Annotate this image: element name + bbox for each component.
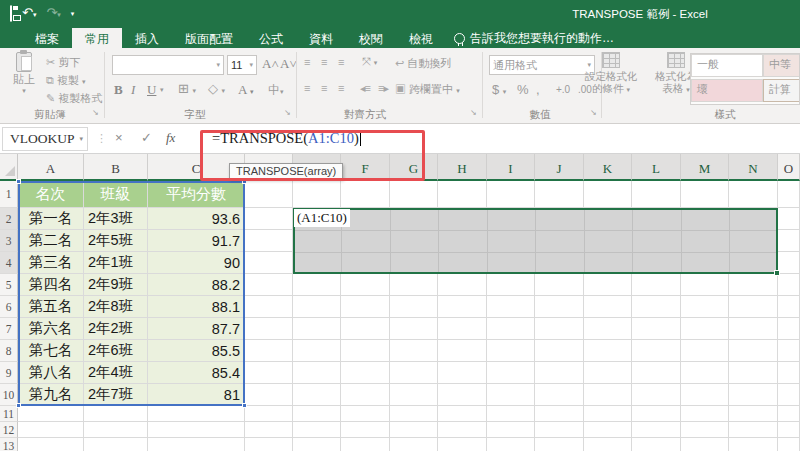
row-header-6[interactable]: 6 — [0, 296, 18, 318]
formula-bar-splitter[interactable]: ⋮ — [96, 132, 107, 145]
table-cell[interactable]: 第八名 — [18, 362, 83, 383]
table-cell[interactable]: 2年8班 — [84, 296, 147, 317]
align-left-icon[interactable]: ≡ — [304, 82, 309, 94]
format-painter-button[interactable]: ✎ 複製格式 — [46, 91, 102, 106]
row-header-9[interactable]: 9 — [0, 362, 18, 384]
table-cell[interactable]: 第三名 — [18, 252, 83, 273]
column-header-H[interactable]: H — [438, 154, 487, 181]
cell-style-壞[interactable]: 壞 — [691, 79, 763, 102]
table-cell[interactable]: 88.2 — [148, 274, 244, 295]
font-size-combo[interactable]: 11▾ — [227, 55, 257, 75]
editing-cell-text[interactable]: (A1:C10) — [294, 209, 350, 227]
wrap-text-button[interactable]: ↩ 自動換列 — [395, 56, 451, 71]
paste-button[interactable]: 貼上 ▾ — [8, 52, 40, 95]
table-cell[interactable]: 2年1班 — [84, 252, 147, 273]
table-cell[interactable]: 2年9班 — [84, 274, 147, 295]
tab-資料[interactable]: 資料 — [296, 28, 346, 48]
tab-校閱[interactable]: 校閱 — [346, 28, 396, 48]
alignment-dialog-launcher-icon[interactable]: ↘ — [470, 108, 477, 117]
row-header-13[interactable]: 13 — [0, 438, 18, 451]
cut-button[interactable]: ✂ 剪下 — [46, 55, 80, 70]
row-header-11[interactable]: 11 — [0, 406, 18, 422]
undo-icon[interactable]: ↶▾ — [22, 4, 36, 24]
table-header-cell[interactable]: 班級 — [84, 181, 147, 207]
table-cell[interactable]: 2年5班 — [84, 230, 147, 251]
table-cell[interactable]: 81 — [148, 384, 244, 405]
table-cell[interactable]: 2年4班 — [84, 362, 147, 383]
borders-icon[interactable]: ⊞ ▾ — [178, 81, 196, 96]
number-dialog-launcher-icon[interactable]: ↘ — [590, 108, 597, 117]
cell-style-計算[interactable]: 計算 — [763, 79, 800, 102]
row-header-3[interactable]: 3 — [0, 230, 18, 252]
row-header-4[interactable]: 4 — [0, 252, 18, 274]
customize-qat-icon[interactable]: ▾ — [71, 5, 75, 23]
table-cell[interactable]: 2年7班 — [84, 384, 147, 405]
decrease-indent-icon[interactable]: ◂≡ — [360, 82, 370, 95]
selected-range[interactable] — [293, 208, 778, 274]
align-middle-icon[interactable]: ≡ — [321, 56, 326, 68]
underline-button[interactable]: U — [147, 82, 156, 98]
shrink-font-button[interactable]: A˅ — [280, 56, 297, 72]
copy-button[interactable]: ⧉ 複製 ▾ — [46, 73, 86, 88]
row-header-1[interactable]: 1 — [0, 181, 18, 208]
align-right-icon[interactable]: ≡ — [338, 82, 343, 94]
tab-檔案[interactable]: 檔案 — [22, 28, 72, 48]
table-cell[interactable]: 90 — [148, 252, 244, 273]
table-cell[interactable]: 第六名 — [18, 318, 83, 339]
tab-插入[interactable]: 插入 — [122, 28, 172, 48]
align-top-icon[interactable]: ≡ — [304, 56, 309, 68]
italic-button[interactable]: I — [131, 82, 135, 98]
underline-caret-icon[interactable]: ▾ — [160, 86, 164, 94]
orientation-icon[interactable]: ⤧ ▾ — [362, 55, 377, 68]
column-header-F[interactable]: F — [341, 154, 390, 181]
merge-center-button[interactable]: ▣ 跨欄置中 ▾ — [395, 82, 460, 97]
font-dialog-launcher-icon[interactable]: ↘ — [284, 108, 291, 117]
row-header-12[interactable]: 12 — [0, 422, 18, 438]
insert-function-icon[interactable]: fx — [166, 130, 175, 146]
column-header-I[interactable]: I — [487, 154, 535, 181]
comma-button[interactable]: , — [536, 82, 540, 97]
table-cell[interactable]: 第五名 — [18, 296, 83, 317]
column-header-A[interactable]: A — [18, 154, 84, 181]
font-color-icon[interactable]: A ▾ — [238, 82, 253, 98]
column-header-J[interactable]: J — [535, 154, 584, 181]
name-box[interactable]: VLOOKUP ▾ — [2, 127, 88, 151]
column-header-M[interactable]: M — [681, 154, 729, 181]
align-center-icon[interactable]: ≡ — [321, 82, 326, 94]
table-cell[interactable]: 93.6 — [148, 208, 244, 229]
bold-button[interactable]: B — [114, 82, 123, 98]
enter-icon[interactable]: ✓ — [141, 130, 152, 145]
column-header-N[interactable]: N — [729, 154, 778, 181]
tab-檢視[interactable]: 檢視 — [396, 28, 446, 48]
column-header-K[interactable]: K — [584, 154, 632, 181]
table-cell[interactable]: 第七名 — [18, 340, 83, 361]
column-header-L[interactable]: L — [632, 154, 681, 181]
increase-indent-icon[interactable]: ≡▸ — [378, 82, 388, 95]
table-cell[interactable]: 第九名 — [18, 384, 83, 405]
table-cell[interactable]: 2年2班 — [84, 318, 147, 339]
table-cell[interactable]: 85.4 — [148, 362, 244, 383]
column-header-O[interactable]: O — [778, 154, 800, 181]
column-header-B[interactable]: B — [84, 154, 148, 181]
table-cell[interactable]: 2年3班 — [84, 208, 147, 229]
table-cell[interactable]: 85.5 — [148, 340, 244, 361]
table-cell[interactable]: 第二名 — [18, 230, 83, 251]
table-header-cell[interactable]: 名次 — [18, 181, 83, 207]
cell-style-中等[interactable]: 中等 — [763, 54, 800, 77]
font-name-combo[interactable]: ▾ — [112, 55, 224, 75]
clipboard-dialog-launcher-icon[interactable]: ↘ — [92, 108, 99, 117]
formula-input[interactable]: =TRANSPOSE(A1:C10) — [212, 130, 361, 147]
increase-decimal-button[interactable]: +.0 — [556, 84, 570, 95]
row-header-8[interactable]: 8 — [0, 340, 18, 362]
row-header-5[interactable]: 5 — [0, 274, 18, 296]
tell-me-box[interactable]: 告訴我您想要執行的動作… — [446, 28, 614, 48]
fill-handle[interactable] — [774, 270, 780, 276]
conditional-formatting-button[interactable]: 設定格式化 的條件 ▾ — [578, 52, 644, 96]
row-header-7[interactable]: 7 — [0, 318, 18, 340]
align-bottom-icon[interactable]: ≡ — [338, 56, 343, 68]
table-header-cell[interactable]: 平均分數 — [148, 181, 244, 207]
tab-常用[interactable]: 常用 — [72, 28, 122, 48]
grow-font-button[interactable]: A˄ — [262, 56, 279, 72]
table-cell[interactable]: 88.1 — [148, 296, 244, 317]
phonetic-button[interactable]: 中▾ — [268, 82, 284, 99]
